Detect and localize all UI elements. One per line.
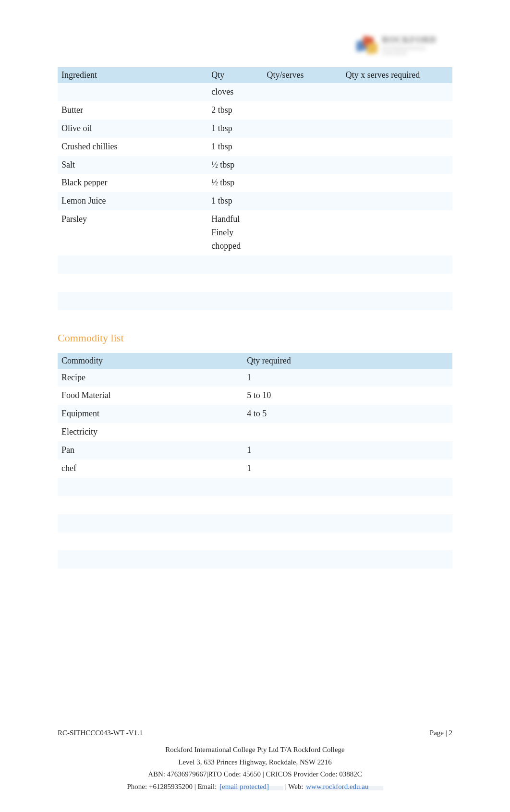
col-header-commodity: Commodity	[58, 353, 243, 369]
commodity-qty-cell: 1	[243, 369, 452, 387]
qty-serves-cell	[263, 156, 341, 174]
table-row: Parsley Handful Finely chopped	[58, 210, 452, 255]
table-row: Butter 2 tbsp	[58, 101, 452, 120]
table-row	[58, 533, 452, 551]
logo-bar: ROCKFORD INTERNATIONAL COLLEGE	[58, 34, 452, 58]
qty-required-cell	[342, 192, 452, 210]
qty-cell: 1 tbsp	[207, 138, 263, 156]
commodity-cell: Equipment	[58, 405, 243, 423]
table-row: Olive oil 1 tbsp	[58, 120, 452, 138]
col-header-ingredient: Ingredient	[58, 67, 207, 83]
qty-cell: ½ tbsp	[207, 156, 263, 174]
commodity-cell	[58, 533, 243, 551]
commodity-qty-cell: 1	[243, 460, 452, 478]
table-row: cloves	[58, 83, 452, 101]
qty-required-cell	[342, 274, 452, 292]
qty-serves-cell	[263, 120, 341, 138]
qty-cell	[207, 255, 263, 274]
commodity-cell	[58, 514, 243, 533]
qty-required-cell	[342, 156, 452, 174]
table-row: Equipment 4 to 5	[58, 405, 452, 423]
ingredient-cell: Black pepper	[58, 174, 207, 192]
logo-mark-icon	[356, 36, 377, 55]
col-header-qty-serves: Qty/serves	[263, 67, 341, 83]
qty-required-cell	[342, 101, 452, 120]
commodity-cell: Pan	[58, 441, 243, 460]
qty-serves-cell	[263, 138, 341, 156]
qty-cell: 1 tbsp	[207, 192, 263, 210]
commodity-qty-cell: 5 to 10	[243, 387, 452, 405]
commodity-qty-cell	[243, 496, 452, 514]
table-row: Lemon Juice 1 tbsp	[58, 192, 452, 210]
qty-required-cell	[342, 138, 452, 156]
table-row	[58, 514, 452, 533]
commodity-qty-cell	[243, 478, 452, 496]
commodity-cell	[58, 569, 243, 587]
commodity-qty-cell	[243, 423, 452, 441]
col-header-qty-required: Qty required	[243, 353, 452, 369]
table-row: Recipe 1	[58, 369, 452, 387]
commodity-cell: chef	[58, 460, 243, 478]
ingredient-cell: Lemon Juice	[58, 192, 207, 210]
table-row	[58, 496, 452, 514]
table-row: Electricity	[58, 423, 452, 441]
ingredient-cell	[58, 292, 207, 310]
ingredient-cell: Crushed chillies	[58, 138, 207, 156]
logo-text: ROCKFORD INTERNATIONAL COLLEGE	[382, 36, 452, 56]
qty-cell: cloves	[207, 83, 263, 101]
qty-cell: 2 tbsp	[207, 101, 263, 120]
ingredient-cell	[58, 83, 207, 101]
commodity-qty-cell	[243, 569, 452, 587]
document-code: RC-SITHCCC043-WT -V1.1	[58, 729, 143, 737]
qty-serves-cell	[263, 174, 341, 192]
commodity-cell	[58, 550, 243, 569]
qty-required-cell	[342, 292, 452, 310]
commodity-header-row: Commodity Qty required	[58, 353, 452, 369]
ingredients-table: Ingredient Qty Qty/serves Qty x serves r…	[58, 67, 452, 310]
table-row: Black pepper ½ tbsp	[58, 174, 452, 192]
commodity-table: Commodity Qty required Recipe 1 Food Mat…	[58, 353, 452, 587]
footer-phone: Phone: +61285935200 | Email:	[127, 783, 219, 790]
qty-serves-cell	[263, 255, 341, 274]
qty-cell: 1 tbsp	[207, 120, 263, 138]
col-header-qty-required: Qty x serves required	[342, 67, 452, 83]
qty-cell: Handful Finely chopped	[207, 210, 263, 255]
table-row: Pan 1	[58, 441, 452, 460]
commodity-cell	[58, 478, 243, 496]
ingredient-cell	[58, 274, 207, 292]
footer-email-link[interactable]: [email protected]	[219, 783, 283, 790]
ingredient-cell: Olive oil	[58, 120, 207, 138]
footer-line-1: Rockford International College Pty Ltd T…	[58, 744, 452, 756]
qty-serves-cell	[263, 192, 341, 210]
footer-contact-line: Phone: +61285935200 | Email: [email prot…	[58, 781, 452, 793]
qty-required-cell	[342, 255, 452, 274]
footer-top-row: RC-SITHCCC043-WT -V1.1 Page | 2	[58, 729, 452, 737]
ingredient-cell: Salt	[58, 156, 207, 174]
table-row	[58, 550, 452, 569]
table-row	[58, 274, 452, 292]
table-row	[58, 292, 452, 310]
commodity-qty-cell: 1	[243, 441, 452, 460]
logo-subtitle: INTERNATIONAL COLLEGE	[382, 46, 452, 56]
commodity-cell: Recipe	[58, 369, 243, 387]
table-row: Crushed chillies 1 tbsp	[58, 138, 452, 156]
logo-title: ROCKFORD	[382, 36, 452, 44]
table-row: chef 1	[58, 460, 452, 478]
col-header-qty: Qty	[207, 67, 263, 83]
brand-logo: ROCKFORD INTERNATIONAL COLLEGE	[356, 34, 452, 58]
table-row	[58, 255, 452, 274]
commodity-qty-cell: 4 to 5	[243, 405, 452, 423]
page-number: Page | 2	[430, 729, 452, 737]
qty-cell	[207, 274, 263, 292]
ingredient-cell: Butter	[58, 101, 207, 120]
document-page: ROCKFORD INTERNATIONAL COLLEGE Ingredien…	[0, 0, 510, 812]
footer-web-link[interactable]: www.rockford.edu.au	[305, 783, 383, 790]
footer-line-2: Level 3, 633 Princes Highway, Rockdale, …	[58, 756, 452, 769]
commodity-body: Recipe 1 Food Material 5 to 10 Equipment…	[58, 369, 452, 587]
table-row: Food Material 5 to 10	[58, 387, 452, 405]
table-row	[58, 478, 452, 496]
ingredients-body: cloves Butter 2 tbsp Olive oil 1 tbsp Cr…	[58, 83, 452, 310]
footer-line-3: ABN: 47636979667|RTO Code: 45650 | CRICO…	[58, 768, 452, 781]
qty-serves-cell	[263, 274, 341, 292]
commodity-cell	[58, 496, 243, 514]
